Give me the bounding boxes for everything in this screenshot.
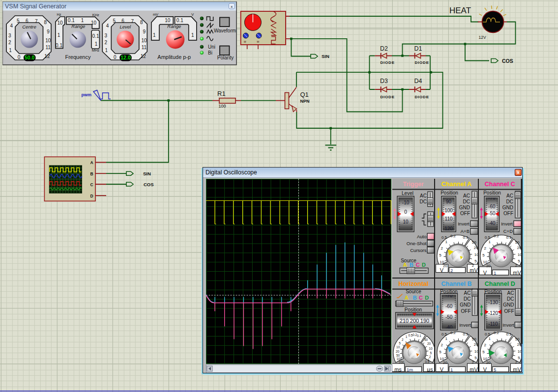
- svg-text:5: 5: [113, 18, 116, 24]
- svg-text:V: V: [440, 267, 444, 273]
- svg-text:7: 7: [131, 19, 134, 24]
- svg-text:Invert: Invert: [458, 221, 470, 226]
- svg-text:AC: AC: [420, 193, 427, 198]
- svg-text:One-Shot: One-Shot: [406, 240, 426, 246]
- svg-text:0.1: 0.1: [506, 235, 512, 240]
- svg-text:0.1: 0.1: [506, 332, 512, 336]
- svg-text:5: 5: [439, 253, 441, 257]
- svg-text:1m: 1m: [407, 366, 413, 371]
- svg-text:1: 1: [95, 41, 98, 47]
- svg-text:Channel B: Channel B: [441, 280, 472, 287]
- svg-text:20: 20: [474, 246, 478, 250]
- svg-text:Centre: Centre: [22, 24, 36, 29]
- svg-text:M: M: [257, 40, 260, 43]
- svg-text:x: x: [231, 4, 233, 9]
- svg-text:R1: R1: [217, 90, 226, 97]
- svg-text:Level: Level: [119, 24, 131, 29]
- svg-text:OFF: OFF: [504, 308, 514, 313]
- svg-text:6: 6: [121, 18, 124, 24]
- svg-text:V: V: [440, 366, 444, 372]
- svg-text:10: 10: [141, 38, 147, 43]
- svg-text:-10: -10: [402, 199, 409, 205]
- svg-text:D3: D3: [380, 78, 388, 84]
- svg-text:50: 50: [424, 338, 428, 341]
- svg-text:1: 1: [153, 32, 156, 38]
- svg-text:B: B: [412, 294, 416, 300]
- svg-text:DIODE: DIODE: [381, 95, 395, 99]
- svg-text:mV: mV: [513, 366, 521, 372]
- svg-text:1: 1: [489, 240, 491, 244]
- svg-text:1: 1: [105, 48, 108, 53]
- svg-text:10: 10: [474, 349, 478, 354]
- svg-text:7: 7: [35, 19, 38, 24]
- svg-text:DC: DC: [463, 198, 470, 204]
- svg-text:AC: AC: [506, 193, 513, 198]
- svg-text:20: 20: [517, 342, 521, 347]
- svg-text:110: 110: [445, 216, 453, 222]
- svg-text:mV: mV: [470, 267, 478, 273]
- svg-text:0: 0: [404, 209, 407, 215]
- svg-text:11: 11: [46, 45, 51, 50]
- svg-text:50: 50: [515, 336, 520, 341]
- svg-text:2: 2: [441, 342, 443, 347]
- svg-text:Amplitude p-p: Amplitude p-p: [157, 54, 191, 60]
- svg-text:-60: -60: [445, 303, 453, 308]
- svg-text:M: M: [244, 40, 246, 43]
- svg-text:1: 1: [450, 366, 453, 371]
- svg-text:20: 20: [486, 264, 491, 268]
- svg-text:OFF: OFF: [503, 211, 513, 216]
- svg-text:mV: mV: [153, 12, 158, 17]
- svg-text:C: C: [90, 182, 93, 187]
- svg-text:DC: DC: [506, 198, 513, 204]
- svg-text:5: 5: [474, 258, 477, 263]
- svg-text:20: 20: [443, 264, 447, 268]
- svg-text:1: 1: [58, 32, 60, 38]
- svg-text:2: 2: [450, 267, 453, 273]
- svg-text:Range: Range: [71, 24, 85, 29]
- svg-text:20: 20: [427, 342, 431, 345]
- svg-text:Bi: Bi: [208, 50, 212, 56]
- svg-text:4: 4: [106, 23, 109, 28]
- svg-text:10: 10: [165, 18, 171, 23]
- svg-text:C: C: [418, 294, 422, 300]
- svg-text:pwm: pwm: [82, 92, 92, 97]
- svg-text:GND: GND: [460, 302, 470, 308]
- svg-text:2: 2: [104, 40, 107, 45]
- svg-text:2: 2: [515, 360, 518, 364]
- svg-text:1: 1: [9, 48, 12, 53]
- svg-text:MHz: MHz: [92, 48, 100, 53]
- svg-text:5: 5: [518, 258, 520, 263]
- svg-text:1: 1: [81, 18, 84, 23]
- svg-text:2: 2: [484, 342, 486, 347]
- svg-text:190: 190: [420, 317, 429, 323]
- svg-text:10: 10: [57, 20, 63, 26]
- svg-text:0.2: 0.2: [450, 331, 456, 335]
- svg-text:20: 20: [443, 361, 447, 365]
- svg-text:0: 0: [114, 55, 117, 60]
- svg-text:-120: -120: [488, 310, 498, 315]
- svg-text:200: 200: [399, 361, 404, 364]
- svg-text:Position: Position: [404, 307, 422, 312]
- svg-text:5: 5: [482, 253, 485, 257]
- svg-text:Channel C: Channel C: [485, 181, 515, 188]
- svg-text:DC: DC: [507, 296, 514, 302]
- svg-text:0.1: 0.1: [56, 43, 62, 48]
- svg-text:5: 5: [494, 366, 496, 371]
- svg-text:mV: mV: [513, 270, 521, 276]
- svg-text:50: 50: [472, 336, 476, 341]
- svg-text:C+D: C+D: [503, 228, 513, 234]
- svg-text:Level: Level: [402, 191, 413, 196]
- svg-text:200: 200: [410, 317, 418, 323]
- svg-text:0.1: 0.1: [463, 332, 469, 336]
- svg-text:2: 2: [8, 40, 11, 45]
- svg-text:9: 9: [47, 29, 50, 34]
- svg-text:A: A: [403, 261, 407, 267]
- svg-text:Trigger: Trigger: [403, 181, 424, 188]
- svg-text:0.2: 0.2: [494, 331, 499, 335]
- svg-text:DC: DC: [464, 296, 470, 302]
- svg-text:50: 50: [472, 240, 476, 244]
- svg-text:AC: AC: [507, 290, 514, 296]
- svg-text:9: 9: [143, 29, 146, 34]
- svg-text:-50: -50: [488, 211, 496, 216]
- svg-text:1: 1: [405, 335, 407, 338]
